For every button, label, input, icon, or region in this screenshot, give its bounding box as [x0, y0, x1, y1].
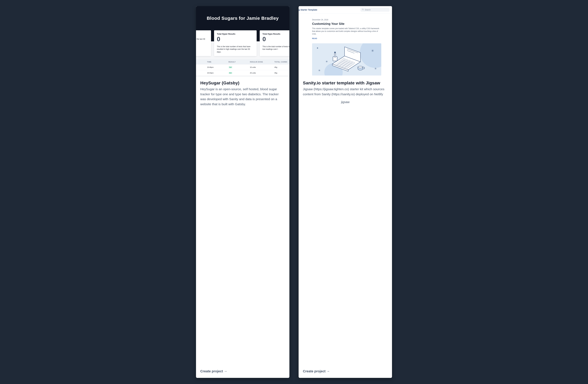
sparkle-icon: ✳	[371, 49, 374, 53]
sparkle-icon: ✳	[326, 60, 328, 63]
cell-insulin: 20 units	[250, 72, 274, 74]
results-table: TIME RESULT INSULIN DOSE TOTAL CARBS sda…	[196, 60, 289, 76]
cell-day: sday)	[196, 72, 207, 74]
table-row: sday) 19:43pm 8.5 20 units 45g	[196, 70, 289, 76]
cell-result: 8.5	[229, 72, 232, 74]
search-placeholder: Search	[365, 9, 371, 11]
post-illustration: ✦ ✳ ✳ ✳ ✳ ✱	[312, 43, 381, 76]
preview-image: g Starter Template Search December 24, 2…	[299, 6, 392, 77]
stat-label: d Sugar (mmol/L)	[196, 33, 208, 35]
cell-time: 19:43pm	[207, 72, 229, 74]
stat-cards-row: d Sugar (mmol/L) rage blood sugar based …	[196, 30, 289, 56]
table-header: TOTAL CARBS	[274, 61, 289, 63]
stat-desc: This is the total number of tests result…	[262, 45, 289, 51]
card-body: HeySugar (Gatsby) HeySugar is an open-so…	[196, 77, 289, 378]
table-row: sday) 19:46pm 5.6 10 units 45g	[196, 64, 289, 70]
post-excerpt: This starter template comes pre-loaded w…	[312, 27, 381, 35]
table-header	[196, 61, 207, 63]
table-header: RESULT	[229, 61, 250, 63]
stat-value: 0	[217, 36, 254, 43]
preview-navbar: g Starter Template Search	[299, 6, 392, 14]
cell-result: 5.6	[229, 66, 232, 68]
post-date: December 24, 2018	[312, 19, 381, 21]
table-header-row: TIME RESULT INSULIN DOSE TOTAL CARBS	[196, 60, 289, 64]
post-title: Customizing Your Site	[312, 22, 381, 26]
mug-icon	[358, 67, 363, 70]
create-project-link[interactable]: Create project →	[200, 369, 227, 373]
table-header: TIME	[207, 61, 229, 63]
card-body: Sanity.io starter template with Jigsaw J…	[299, 77, 392, 378]
stat-desc: This is the total number of tests that h…	[217, 45, 254, 53]
stat-card: Total Hypo Results 0 This is the total n…	[260, 30, 289, 56]
stat-value: 0	[262, 36, 289, 43]
table-header: INSULIN DOSE	[250, 61, 274, 63]
stat-desc: rage blood sugar based on ver the last 3…	[196, 38, 208, 43]
stat-label: Total Hyper Results	[217, 33, 254, 35]
card-tag: jigsaw	[303, 100, 388, 104]
preview-image: Blood Sugars for Jamie Bradley d Sugar (…	[196, 6, 289, 77]
create-project-link[interactable]: Create project →	[303, 369, 330, 373]
hero-title: Blood Sugars for Jamie Bradley	[196, 16, 289, 21]
read-link: READ	[312, 38, 317, 39]
brand-text: g Starter Template	[299, 9, 317, 11]
card-description: HeySugar is an open-source, self hosted,…	[200, 87, 285, 107]
stat-label: Total Hypo Results	[262, 33, 289, 35]
cta-label: Create project →	[303, 369, 330, 373]
card-title: Sanity.io starter template with Jigsaw	[303, 81, 388, 85]
search-box: Search	[360, 8, 390, 12]
sparkle-icon: ✦	[316, 46, 319, 50]
card-title: HeySugar (Gatsby)	[200, 81, 285, 85]
cell-day: sday)	[196, 66, 207, 68]
cta-label: Create project →	[200, 369, 227, 373]
cell-carbs: 45g	[274, 72, 289, 74]
template-card-heysugar[interactable]: Blood Sugars for Jamie Bradley d Sugar (…	[196, 6, 289, 378]
cell-time: 19:46pm	[207, 66, 229, 68]
template-card-jigsaw[interactable]: g Starter Template Search December 24, 2…	[299, 6, 392, 378]
sparkle-icon: ✳	[318, 69, 320, 72]
stat-card: Total Hyper Results 0 This is the total …	[214, 30, 257, 56]
search-icon	[362, 9, 364, 11]
sparkle-icon: ✳	[374, 67, 377, 70]
cell-insulin: 10 units	[250, 66, 274, 68]
card-cta: Create project →	[303, 365, 388, 373]
stat-card: d Sugar (mmol/L) rage blood sugar based …	[196, 30, 211, 56]
preview-post: December 24, 2018 Customizing Your Site …	[299, 14, 392, 76]
cell-carbs: 45g	[274, 66, 289, 68]
card-cta: Create project →	[200, 365, 285, 373]
card-description: Jigsaw (https://jigsaw.tighten.co) start…	[303, 87, 388, 97]
